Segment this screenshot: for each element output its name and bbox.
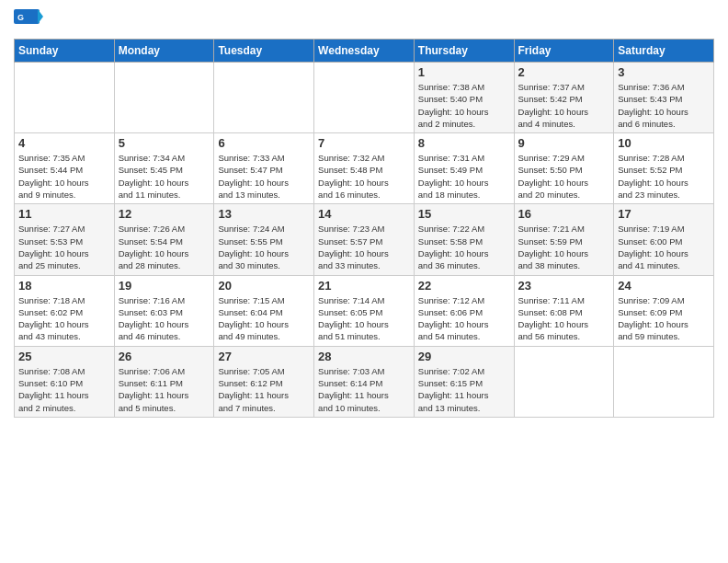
day-number: 23 (518, 279, 610, 293)
day-cell: 20Sunrise: 7:15 AM Sunset: 6:04 PM Dayli… (214, 275, 314, 346)
day-info: Sunrise: 7:15 AM Sunset: 6:04 PM Dayligh… (218, 294, 310, 343)
day-number: 15 (418, 207, 510, 221)
day-info: Sunrise: 7:05 AM Sunset: 6:12 PM Dayligh… (218, 365, 310, 414)
day-info: Sunrise: 7:32 AM Sunset: 5:48 PM Dayligh… (318, 152, 410, 201)
day-number: 7 (318, 136, 410, 150)
day-cell: 16Sunrise: 7:21 AM Sunset: 5:59 PM Dayli… (514, 204, 614, 275)
day-info: Sunrise: 7:23 AM Sunset: 5:57 PM Dayligh… (318, 223, 410, 271)
day-number: 10 (618, 136, 710, 150)
day-cell: 13Sunrise: 7:24 AM Sunset: 5:55 PM Dayli… (214, 204, 314, 275)
day-number: 13 (218, 207, 310, 221)
day-cell (114, 63, 214, 133)
svg-text:G: G (17, 13, 24, 22)
day-cell: 23Sunrise: 7:11 AM Sunset: 6:08 PM Dayli… (514, 275, 614, 346)
day-number: 4 (18, 136, 110, 150)
day-cell: 8Sunrise: 7:31 AM Sunset: 5:49 PM Daylig… (414, 133, 514, 204)
day-number: 2 (518, 65, 610, 79)
day-info: Sunrise: 7:19 AM Sunset: 6:00 PM Dayligh… (618, 223, 710, 271)
day-cell: 29Sunrise: 7:02 AM Sunset: 6:15 PM Dayli… (414, 346, 514, 417)
day-info: Sunrise: 7:12 AM Sunset: 6:06 PM Dayligh… (418, 294, 510, 343)
day-info: Sunrise: 7:18 AM Sunset: 6:02 PM Dayligh… (18, 294, 110, 343)
day-info: Sunrise: 7:03 AM Sunset: 6:14 PM Dayligh… (318, 365, 410, 414)
weekday-header-row: SundayMondayTuesdayWednesdayThursdayFrid… (15, 40, 714, 63)
day-number: 27 (218, 350, 310, 363)
day-cell: 25Sunrise: 7:08 AM Sunset: 6:10 PM Dayli… (15, 346, 115, 417)
day-cell: 5Sunrise: 7:34 AM Sunset: 5:45 PM Daylig… (114, 133, 214, 204)
day-cell: 17Sunrise: 7:19 AM Sunset: 6:00 PM Dayli… (614, 204, 714, 275)
day-info: Sunrise: 7:21 AM Sunset: 5:59 PM Dayligh… (518, 223, 610, 271)
day-number: 28 (318, 350, 410, 363)
week-row-4: 18Sunrise: 7:18 AM Sunset: 6:02 PM Dayli… (15, 275, 714, 346)
day-cell: 19Sunrise: 7:16 AM Sunset: 6:03 PM Dayli… (114, 275, 214, 346)
day-info: Sunrise: 7:26 AM Sunset: 5:54 PM Dayligh… (119, 223, 210, 271)
day-cell: 12Sunrise: 7:26 AM Sunset: 5:54 PM Dayli… (114, 204, 214, 275)
day-number: 1 (418, 65, 510, 79)
day-number: 24 (618, 279, 710, 293)
day-cell: 24Sunrise: 7:09 AM Sunset: 6:09 PM Dayli… (614, 275, 714, 346)
day-number: 5 (119, 136, 210, 150)
day-cell: 2Sunrise: 7:37 AM Sunset: 5:42 PM Daylig… (514, 63, 614, 133)
header: G (14, 9, 714, 31)
day-cell: 4Sunrise: 7:35 AM Sunset: 5:44 PM Daylig… (15, 133, 115, 204)
day-number: 20 (218, 279, 310, 293)
weekday-header-friday: Friday (514, 40, 614, 63)
day-cell: 3Sunrise: 7:36 AM Sunset: 5:43 PM Daylig… (614, 63, 714, 133)
day-cell (614, 346, 714, 417)
day-info: Sunrise: 7:06 AM Sunset: 6:11 PM Dayligh… (119, 365, 210, 414)
day-info: Sunrise: 7:33 AM Sunset: 5:47 PM Dayligh… (218, 152, 310, 201)
day-cell: 7Sunrise: 7:32 AM Sunset: 5:48 PM Daylig… (314, 133, 415, 204)
day-number: 6 (218, 136, 310, 150)
day-cell: 18Sunrise: 7:18 AM Sunset: 6:02 PM Dayli… (15, 275, 115, 346)
day-number: 21 (318, 279, 410, 293)
day-info: Sunrise: 7:28 AM Sunset: 5:52 PM Dayligh… (618, 152, 710, 201)
day-number: 8 (418, 136, 510, 150)
day-cell: 27Sunrise: 7:05 AM Sunset: 6:12 PM Dayli… (214, 346, 314, 417)
day-number: 3 (618, 65, 710, 79)
day-cell: 6Sunrise: 7:33 AM Sunset: 5:47 PM Daylig… (214, 133, 314, 204)
day-info: Sunrise: 7:09 AM Sunset: 6:09 PM Dayligh… (618, 294, 710, 343)
calendar-table: SundayMondayTuesdayWednesdayThursdayFrid… (14, 39, 714, 418)
day-info: Sunrise: 7:29 AM Sunset: 5:50 PM Dayligh… (518, 152, 610, 201)
day-info: Sunrise: 7:22 AM Sunset: 5:58 PM Dayligh… (418, 223, 510, 271)
week-row-5: 25Sunrise: 7:08 AM Sunset: 6:10 PM Dayli… (15, 346, 714, 417)
day-number: 12 (119, 207, 210, 221)
logo: G (14, 9, 47, 31)
day-info: Sunrise: 7:14 AM Sunset: 6:05 PM Dayligh… (318, 294, 410, 343)
day-cell: 21Sunrise: 7:14 AM Sunset: 6:05 PM Dayli… (314, 275, 415, 346)
day-cell (314, 63, 415, 133)
day-number: 9 (518, 136, 610, 150)
weekday-header-saturday: Saturday (614, 40, 714, 63)
day-info: Sunrise: 7:08 AM Sunset: 6:10 PM Dayligh… (18, 365, 110, 414)
weekday-header-tuesday: Tuesday (214, 40, 314, 63)
day-cell: 14Sunrise: 7:23 AM Sunset: 5:57 PM Dayli… (314, 204, 415, 275)
weekday-header-monday: Monday (114, 40, 214, 63)
day-cell (214, 63, 314, 133)
svg-marker-1 (38, 9, 43, 24)
day-info: Sunrise: 7:27 AM Sunset: 5:53 PM Dayligh… (18, 223, 110, 271)
logo-icon: G (14, 9, 43, 31)
day-number: 25 (18, 350, 110, 363)
week-row-3: 11Sunrise: 7:27 AM Sunset: 5:53 PM Dayli… (15, 204, 714, 275)
day-number: 16 (518, 207, 610, 221)
day-number: 29 (418, 350, 510, 363)
weekday-header-sunday: Sunday (15, 40, 115, 63)
day-cell: 11Sunrise: 7:27 AM Sunset: 5:53 PM Dayli… (15, 204, 115, 275)
day-cell: 22Sunrise: 7:12 AM Sunset: 6:06 PM Dayli… (414, 275, 514, 346)
weekday-header-wednesday: Wednesday (314, 40, 415, 63)
day-number: 14 (318, 207, 410, 221)
day-info: Sunrise: 7:24 AM Sunset: 5:55 PM Dayligh… (218, 223, 310, 271)
day-number: 17 (618, 207, 710, 221)
weekday-header-thursday: Thursday (414, 40, 514, 63)
day-number: 11 (18, 207, 110, 221)
day-cell (514, 346, 614, 417)
day-number: 18 (18, 279, 110, 293)
day-info: Sunrise: 7:16 AM Sunset: 6:03 PM Dayligh… (119, 294, 210, 343)
day-cell (15, 63, 115, 133)
day-info: Sunrise: 7:34 AM Sunset: 5:45 PM Dayligh… (119, 152, 210, 201)
day-info: Sunrise: 7:37 AM Sunset: 5:42 PM Dayligh… (518, 81, 610, 130)
day-cell: 26Sunrise: 7:06 AM Sunset: 6:11 PM Dayli… (114, 346, 214, 417)
day-info: Sunrise: 7:36 AM Sunset: 5:43 PM Dayligh… (618, 81, 710, 130)
day-cell: 15Sunrise: 7:22 AM Sunset: 5:58 PM Dayli… (414, 204, 514, 275)
page: G SundayMondayTuesdayWednesdayThursdayFr… (0, 0, 728, 427)
day-info: Sunrise: 7:31 AM Sunset: 5:49 PM Dayligh… (418, 152, 510, 201)
